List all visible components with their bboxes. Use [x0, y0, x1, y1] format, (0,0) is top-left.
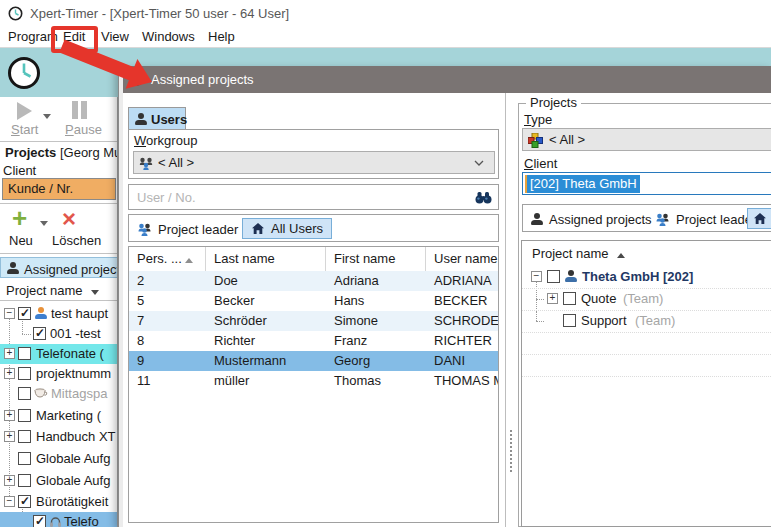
sort-ascending-icon — [185, 258, 193, 263]
project-leader-label: Project leader — [158, 222, 238, 237]
column-header[interactable]: First name — [326, 247, 426, 271]
tree-item-label: Support — [581, 313, 627, 328]
checkbox[interactable] — [18, 409, 31, 422]
collapse-icon[interactable] — [4, 308, 15, 319]
client-input[interactable]: [202] Theta GmbH — [522, 172, 771, 195]
expand-icon[interactable] — [547, 293, 558, 304]
checkbox[interactable] — [33, 327, 46, 340]
table-row[interactable]: 7 Schröder Simone SCHRODER — [129, 311, 498, 331]
checkbox[interactable] — [18, 452, 31, 465]
all-users-toggle[interactable]: All Users — [242, 218, 332, 239]
tree-row[interactable]: Marketing ( — [0, 406, 118, 426]
column-header[interactable]: User name — [426, 247, 498, 271]
projects-tree-header-label: Project name — [532, 246, 609, 261]
cell-last-name: Doe — [206, 271, 326, 291]
cell-user-name: THOMAS M — [426, 371, 498, 391]
menu-help[interactable]: Help — [208, 27, 235, 48]
workgroup-select[interactable]: < All > — [133, 151, 495, 174]
new-plus-icon: + — [12, 207, 27, 229]
tree-item-label: Mittagspa — [51, 386, 107, 401]
expand-icon[interactable] — [4, 410, 15, 421]
checkbox[interactable] — [18, 430, 31, 443]
table-row-selected[interactable]: 9 Mustermann Georg DANI — [129, 351, 498, 371]
tree-row[interactable]: Mittagspa — [0, 384, 118, 404]
dialog-titlebar[interactable]: Assigned projects — [123, 66, 771, 93]
all-projects-toggle[interactable] — [747, 208, 771, 229]
tree-row[interactable]: Theta GmbH [202] — [522, 266, 771, 289]
tree-row-selected[interactable]: Telefo — [0, 512, 118, 527]
user-search-input[interactable] — [135, 189, 469, 206]
user-search-box — [128, 184, 499, 210]
tree-row[interactable]: 001 -test — [0, 324, 118, 344]
type-value: < All > — [549, 130, 585, 150]
table-row[interactable]: 11 müller Thomas THOMAS M — [129, 371, 498, 391]
checkbox[interactable] — [18, 474, 31, 487]
tree-row[interactable]: Globale Aufg — [0, 471, 118, 491]
checkbox[interactable] — [18, 307, 31, 320]
type-select[interactable]: < All > — [522, 128, 771, 151]
tree-row[interactable]: Quote (Team) — [522, 288, 771, 311]
client-filter-input[interactable]: Kunde / Nr. — [2, 178, 116, 200]
checkbox[interactable] — [547, 270, 560, 283]
tree-row[interactable]: Bürotätigkeit — [0, 492, 118, 512]
expand-icon[interactable] — [4, 368, 15, 379]
table-row[interactable]: 8 Richter Franz RICHTER — [129, 331, 498, 351]
expand-icon[interactable] — [4, 348, 15, 359]
splitter-grip[interactable] — [510, 430, 514, 472]
tree-item-suffix: (Team) — [623, 291, 663, 306]
column-header[interactable]: Last name — [206, 247, 326, 271]
cell-last-name: Mustermann — [206, 351, 326, 371]
project-leader-toggle[interactable]: Project leader — [655, 209, 756, 229]
start-button[interactable]: Start — [11, 122, 38, 137]
cell-pers-no: 2 — [129, 271, 206, 291]
project-leader-toggle[interactable]: Project leader — [137, 219, 238, 239]
table-row[interactable]: 5 Becker Hans BECKER — [129, 291, 498, 311]
type-label: Type — [524, 112, 552, 127]
user-filter-box: Project leader All Users — [128, 214, 499, 242]
checkbox[interactable] — [563, 314, 576, 327]
client-selected-text: [202] Theta GmbH — [525, 175, 640, 193]
tree-row-highlighted[interactable]: Telefonate ( — [0, 344, 118, 364]
splitter[interactable] — [505, 93, 506, 527]
checkbox[interactable] — [18, 367, 31, 380]
checkbox[interactable] — [18, 387, 31, 400]
collapse-icon[interactable] — [4, 496, 15, 507]
collapse-icon[interactable] — [531, 271, 542, 282]
projects-tree-header[interactable]: Project name — [532, 246, 625, 261]
column-header-label: Pers. ... — [137, 251, 182, 266]
new-button[interactable]: Neu — [9, 233, 33, 248]
projects-header-context: [Georg Mus — [60, 145, 118, 160]
tree-row[interactable]: projektnumm — [0, 364, 118, 384]
tree-item-label: test haupt — [51, 306, 108, 321]
xpert-timer-logo-clock-icon — [6, 55, 42, 91]
menu-windows[interactable]: Windows — [142, 27, 195, 48]
checkbox[interactable] — [563, 292, 576, 305]
tab-users-label: Users — [151, 109, 187, 130]
binoculars-icon[interactable] — [475, 191, 492, 204]
tree-row[interactable]: Handbuch XT — [0, 427, 118, 447]
sort-ascending-icon — [617, 253, 625, 258]
assigned-projects-toggle[interactable]: Assigned projects — [531, 209, 652, 229]
pause-button[interactable]: Pause — [65, 122, 102, 137]
delete-button[interactable]: Löschen — [52, 233, 101, 248]
tree-item-label: 001 -test — [50, 326, 101, 341]
cell-user-name: BECKER — [426, 291, 498, 311]
table-row[interactable]: 2 Doe Adriana ADRIANA — [129, 271, 498, 291]
assigned-projects-view-button[interactable]: Assigned project — [0, 257, 118, 278]
expand-icon[interactable] — [4, 431, 15, 442]
expand-icon[interactable] — [4, 475, 15, 486]
left-tree-header[interactable]: Project name — [6, 283, 99, 298]
menu-view[interactable]: View — [101, 27, 129, 48]
project-leader-label: Project leader — [676, 212, 756, 227]
checkbox[interactable] — [18, 495, 31, 508]
checkbox[interactable] — [33, 515, 46, 527]
start-dropdown-caret-icon[interactable] — [43, 114, 51, 119]
tab-users[interactable]: Users — [128, 107, 186, 130]
cell-pers-no: 7 — [129, 311, 206, 331]
tree-row[interactable]: Globale Aufg — [0, 449, 118, 469]
tree-row[interactable]: test haupt — [0, 304, 118, 324]
tree-row[interactable]: Support (Team) — [522, 310, 771, 333]
checkbox[interactable] — [18, 347, 31, 360]
column-header[interactable]: Pers. ... — [129, 247, 206, 271]
new-dropdown-caret-icon[interactable] — [40, 221, 48, 226]
